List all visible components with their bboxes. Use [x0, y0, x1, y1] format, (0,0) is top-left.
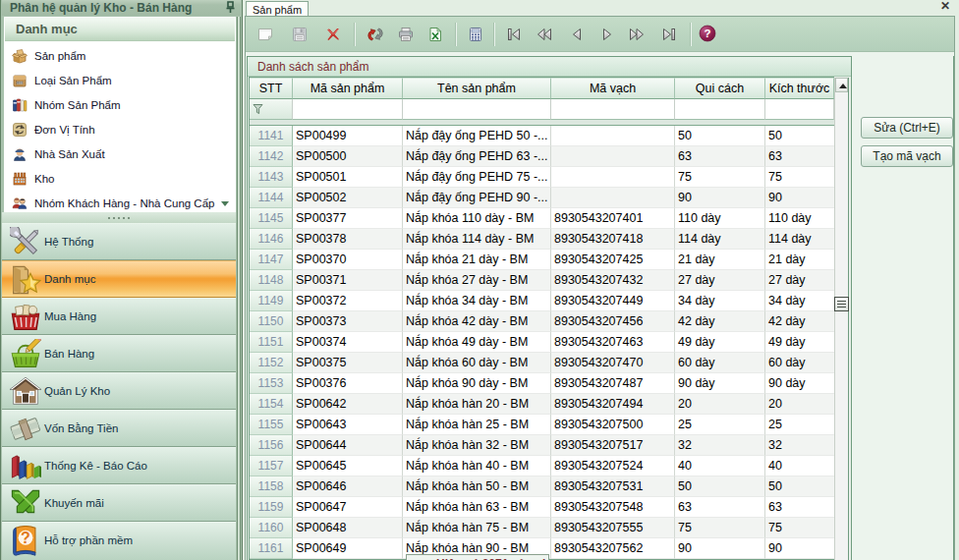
- svg-text:?: ?: [704, 28, 710, 39]
- svg-text:?: ?: [21, 529, 30, 546]
